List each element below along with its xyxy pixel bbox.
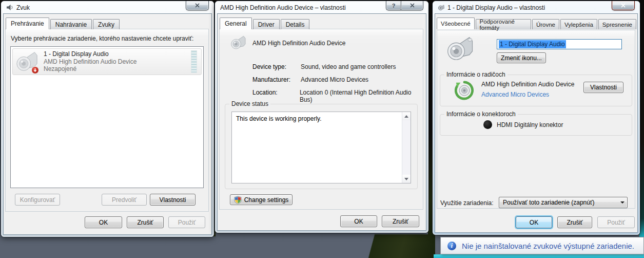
display-dialog-titlebar[interactable]: 1 - Digital Display Audio – vlastnosti [433, 1, 640, 14]
properties-button[interactable]: Vlastnosti [150, 194, 196, 206]
playback-device-list[interactable]: 1 - Digital Display Audio AMD High Defin… [10, 46, 204, 188]
ok-button[interactable]: OK [516, 216, 552, 228]
sound-dialog-body: Prehrávanie Nahrávanie Zvuky Vyberte pre… [4, 14, 211, 234]
amd-dialog-body: General Driver Details AMD High Definiti… [218, 14, 426, 230]
device-name-input[interactable]: 1 - Digital Display Audio [497, 39, 622, 49]
no-audio-device-tooltip: i Nie je nainštalované zvukové výstupné … [440, 237, 644, 254]
device-usage-dropdown[interactable]: Používať toto zariadenie (zapnúť) [499, 197, 628, 208]
device-status: Nezapojené [44, 65, 136, 73]
help-button[interactable]: ? [386, 1, 401, 10]
field-value: Location 0 (Internal High Definition Aud… [300, 89, 423, 103]
general-tab-page: AMD High Definition Audio Device Device … [219, 29, 423, 210]
desktop-wallpaper-grass [353, 234, 435, 258]
display-dialog-body: Všeobecné Podporované formáty Úrovne Vyl… [435, 14, 637, 232]
field-value: Sound, video and game controllers [301, 63, 396, 70]
dropdown-selected-value: Používať toto zariadenie (zapnúť) [499, 199, 618, 206]
disconnected-badge-icon [31, 66, 39, 74]
cancel-button[interactable]: Zrušiť [382, 215, 419, 227]
amd-properties-dialog: AMD High Definition Audio Device – vlast… [215, 1, 428, 233]
tab-general-sk[interactable]: Všeobecné [437, 17, 475, 29]
instruction-text: Vyberte prehrávacie zariadenie, ktorého … [11, 35, 193, 42]
info-icon: i [447, 242, 456, 250]
controller-info-group: Informácie o radičoch AMD High Definitio… [440, 75, 632, 106]
device-status-group: Device status This device is working pro… [225, 104, 418, 189]
tooltip-text: Nie je nainštalované zvukové výstupné za… [462, 242, 634, 250]
set-default-button[interactable]: Predvoliť [102, 194, 147, 206]
apply-button[interactable]: Použiť [597, 216, 635, 228]
speaker-device-icon [230, 34, 246, 51]
device-status-box[interactable]: This device is working properly. [231, 112, 411, 183]
tab-sounds[interactable]: Zvuky [93, 19, 120, 29]
volume-meter [191, 50, 197, 73]
close-icon [194, 3, 200, 8]
cancel-button[interactable]: Zrušiť [127, 216, 164, 228]
tab-enhancements[interactable]: Vylepšenia [560, 19, 597, 29]
tab-levels[interactable]: Úrovne [532, 19, 559, 29]
ok-button[interactable]: OK [340, 215, 377, 227]
sound-dialog: Zvuk Prehrávanie Nahrávanie Zvuky Vybert… [1, 1, 214, 237]
connector-info-group: Informácie o konektoroch HDMI Digitálny … [440, 114, 632, 136]
tab-playback[interactable]: Prehrávanie [6, 17, 49, 29]
arrow-up-icon [404, 115, 408, 118]
device-status-text: This device is working properly. [232, 112, 402, 183]
apply-button[interactable]: Použiť [168, 216, 205, 228]
controller-device-icon [455, 81, 474, 100]
tab-driver[interactable]: Driver [253, 19, 280, 29]
uac-shield-icon [234, 196, 242, 204]
window-title: Zvuk [16, 4, 30, 11]
field-value: Advanced Micro Devices [301, 76, 368, 83]
tab-details[interactable]: Details [281, 19, 310, 29]
device-usage-label: Využitie zariadenia: [440, 199, 494, 207]
field-label: Device type: [252, 63, 301, 70]
controller-device-name: AMD High Definition Audio Device [481, 81, 574, 88]
change-settings-button[interactable]: Change settings [230, 194, 292, 205]
scrollbar[interactable] [402, 112, 411, 183]
group-label: Device status [229, 100, 270, 107]
configure-button[interactable]: Konfigurovať [15, 194, 60, 206]
field-label: Manufacturer: [252, 76, 301, 83]
group-label: Informácie o radičoch [444, 71, 508, 78]
close-icon [409, 3, 415, 8]
speaker-title-icon [438, 4, 444, 11]
scroll-down-button[interactable] [402, 175, 411, 183]
close-icon [620, 3, 626, 8]
group-label: Informácie o konektoroch [444, 110, 518, 118]
arrow-down-icon [404, 178, 408, 180]
change-icon-button[interactable]: Zmeniť ikonu... [497, 52, 546, 63]
device-list-item[interactable]: 1 - Digital Display Audio AMD High Defin… [12, 48, 202, 75]
tab-general[interactable]: General [220, 17, 252, 29]
window-title: AMD High Definition Audio Device – vlast… [220, 4, 346, 11]
desktop-wallpaper-water [434, 254, 644, 258]
sound-dialog-titlebar[interactable]: Zvuk [1, 1, 214, 14]
tab-supported-formats[interactable]: Podporované formáty [476, 19, 531, 29]
selected-text: 1 - Digital Display Audio [499, 40, 566, 48]
vendor-link[interactable]: Advanced Micro Devices [481, 91, 549, 98]
close-button[interactable] [186, 1, 209, 10]
cancel-button[interactable]: Zrušiť [557, 216, 592, 228]
tab-advanced[interactable]: Spresnenie [598, 19, 636, 29]
window-title: 1 - Digital Display Audio – vlastnosti [447, 4, 545, 11]
close-button[interactable] [401, 1, 423, 10]
controller-properties-button[interactable]: Vlastnosti [583, 82, 623, 93]
hdmi-connector-icon [483, 120, 492, 129]
close-button[interactable] [612, 1, 635, 10]
speaker-title-icon [6, 4, 13, 11]
display-audio-properties-dialog: 1 - Digital Display Audio – vlastnosti V… [433, 1, 640, 235]
device-description: AMD High Definition Audio Device [44, 58, 136, 66]
connector-name: HDMI Digitálny konektor [497, 121, 563, 128]
desktop-edge [639, 0, 644, 237]
device-title: AMD High Definition Audio Device [252, 40, 345, 47]
scroll-up-button[interactable] [402, 112, 411, 120]
speaker-device-icon [445, 34, 474, 63]
device-name: 1 - Digital Display Audio [44, 50, 136, 58]
tab-recording[interactable]: Nahrávanie [50, 19, 92, 29]
general-tab-page: 1 - Digital Display Audio Zmeniť ikonu..… [437, 30, 635, 209]
chevron-down-icon [618, 201, 627, 204]
playback-tab-page: Vyberte prehrávacie zariadenie, ktorého … [5, 29, 209, 212]
ok-button[interactable]: OK [85, 216, 122, 228]
